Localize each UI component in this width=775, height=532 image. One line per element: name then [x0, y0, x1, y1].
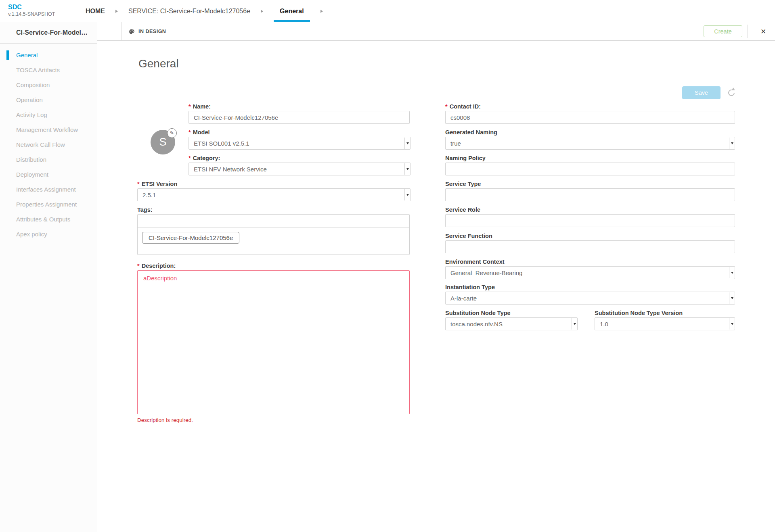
sidebar-nav: General TOSCA Artifacts Composition Oper…: [0, 44, 97, 242]
breadcrumb-arrow-icon: [320, 10, 323, 13]
category-label: *Category:: [189, 154, 411, 162]
chevron-down-icon: [731, 297, 733, 299]
sidebar-item-interfaces-assignment[interactable]: Interfaces Assignment: [0, 182, 97, 197]
name-label: *Name:: [189, 103, 410, 110]
sidebar-item-general[interactable]: General: [0, 48, 97, 63]
etsi-version-select[interactable]: 2.5.1: [137, 188, 411, 201]
tags-label: Tags:: [137, 206, 410, 213]
breadcrumb-arrow-icon: [261, 10, 263, 13]
service-type-input[interactable]: [445, 188, 735, 201]
instantiation-type-select[interactable]: A-la-carte: [445, 292, 735, 305]
generated-naming-select[interactable]: true: [445, 137, 735, 150]
service-type-label: Service Type: [445, 180, 735, 188]
sidebar-item-network-call-flow[interactable]: Network Call Flow: [0, 137, 97, 152]
sidebar-item-tosca-artifacts[interactable]: TOSCA Artifacts: [0, 63, 97, 77]
app-name: SDC: [8, 4, 55, 11]
tags-input[interactable]: [138, 215, 409, 227]
chevron-down-icon: [574, 323, 576, 325]
chevron-down-icon: [731, 142, 733, 144]
close-icon[interactable]: ✕: [755, 22, 771, 41]
chevron-down-icon: [731, 272, 733, 274]
create-button[interactable]: Create: [704, 25, 742, 37]
breadcrumb: HOME SERVICE: CI-Service-For-Modelc12705…: [86, 0, 323, 22]
naming-policy-label: Naming Policy: [445, 154, 735, 162]
active-tab-underline: [274, 20, 310, 22]
chevron-down-icon: [406, 142, 409, 144]
sidebar-item-distribution[interactable]: Distribution: [0, 152, 97, 167]
substitution-node-type-version-label: Substitution Node Type Version: [595, 309, 735, 317]
avatar-letter: S: [159, 136, 166, 148]
sidebar-item-management-workflow[interactable]: Management Workflow: [0, 122, 97, 137]
lifecycle-status: IN DESIGN: [128, 22, 166, 41]
category-select[interactable]: ETSI NFV Network Service: [189, 163, 411, 175]
header-divider: [121, 22, 121, 40]
breadcrumb-arrow-icon: [115, 10, 118, 13]
generated-naming-label: Generated Naming: [445, 129, 735, 136]
name-input[interactable]: [189, 111, 410, 124]
save-button[interactable]: Save: [682, 86, 721, 99]
left-sidebar: CI-Service-For-Modelc... General TOSCA A…: [0, 22, 97, 532]
app-logo[interactable]: SDC v.1.14.5-SNAPSHOT: [8, 4, 55, 17]
sidebar-item-attributes-outputs[interactable]: Attributes & Outputs: [0, 212, 97, 227]
substitution-node-type-label: Substitution Node Type: [445, 309, 578, 317]
chevron-down-icon: [406, 194, 409, 196]
service-function-label: Service Function: [445, 232, 735, 240]
contact-id-label: *Contact ID:: [445, 103, 735, 110]
service-role-input[interactable]: [445, 214, 735, 227]
status-badge: IN DESIGN: [138, 29, 166, 34]
naming-policy-input[interactable]: [445, 163, 735, 175]
sidebar-item-composition[interactable]: Composition: [0, 77, 97, 92]
description-error-message: Description is required.: [137, 417, 193, 423]
sidebar-item-deployment[interactable]: Deployment: [0, 167, 97, 182]
model-label: *Model: [189, 129, 411, 136]
service-title: CI-Service-For-Modelc...: [0, 22, 97, 44]
breadcrumb-service[interactable]: SERVICE: CI-Service-For-Modelc127056e: [128, 8, 250, 15]
tab-general-label: General: [280, 8, 304, 15]
environment-context-label: Environment Context: [445, 258, 735, 265]
tab-general[interactable]: General: [274, 0, 310, 22]
model-select[interactable]: ETSI SOL001 v2.5.1: [189, 137, 411, 150]
etsi-version-label: *ETSI Version: [137, 180, 411, 188]
header-divider: [748, 25, 748, 38]
service-role-label: Service Role: [445, 206, 735, 213]
substitution-node-type-select[interactable]: tosca.nodes.nfv.NS: [445, 317, 578, 330]
chevron-down-icon: [406, 168, 409, 170]
service-function-input[interactable]: [445, 240, 735, 253]
tag-chip[interactable]: CI-Service-For-Modelc127056e: [142, 232, 239, 244]
page-title: General: [138, 57, 179, 70]
edit-avatar-icon[interactable]: ✎: [167, 128, 177, 138]
sidebar-item-apex-policy[interactable]: Apex policy: [0, 227, 97, 242]
chevron-down-icon: [731, 323, 733, 325]
redo-icon[interactable]: [727, 88, 736, 97]
description-textarea[interactable]: [137, 270, 410, 414]
tags-container: CI-Service-For-Modelc127056e: [137, 214, 410, 255]
breadcrumb-home[interactable]: HOME: [86, 8, 105, 15]
sidebar-item-properties-assignment[interactable]: Properties Assignment: [0, 197, 97, 212]
description-label: *Description:: [137, 262, 410, 269]
sidebar-item-operation[interactable]: Operation: [0, 92, 97, 107]
service-avatar: S ✎: [151, 130, 175, 154]
substitution-node-type-version-select[interactable]: 1.0: [595, 317, 735, 330]
general-form-page: General Save S ✎ *Name: *Model ETSI SOL0…: [98, 41, 775, 532]
contact-id-input[interactable]: [445, 111, 735, 124]
environment-context-select[interactable]: General_Revenue-Bearing: [445, 266, 735, 279]
active-item-indicator: [6, 50, 9, 60]
page-header: IN DESIGN Create ✕: [97, 22, 775, 41]
palette-icon: [128, 28, 135, 35]
top-nav-bar: SDC v.1.14.5-SNAPSHOT HOME SERVICE: CI-S…: [0, 0, 775, 22]
instantiation-type-label: Instantiation Type: [445, 284, 735, 291]
app-version: v.1.14.5-SNAPSHOT: [8, 11, 55, 17]
sidebar-item-activity-log[interactable]: Activity Log: [0, 107, 97, 122]
